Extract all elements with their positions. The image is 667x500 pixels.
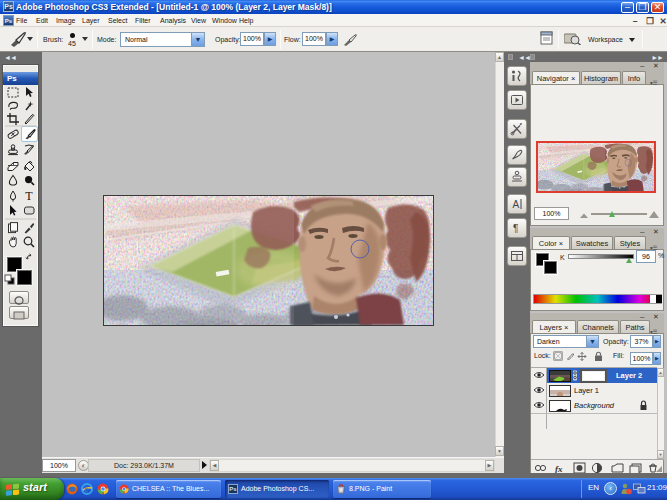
svg-text:e: e (84, 485, 89, 494)
svg-text:T: T (25, 189, 33, 203)
svg-text:A: A (513, 199, 520, 210)
svg-text:¶: ¶ (513, 223, 518, 234)
svg-text:fx: fx (555, 464, 563, 474)
